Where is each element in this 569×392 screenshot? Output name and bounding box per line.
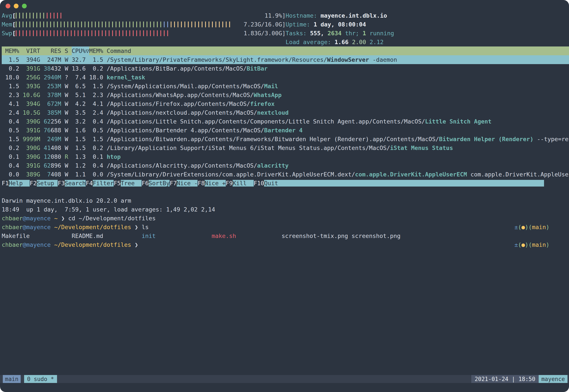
fnkey-sortby[interactable]: F6SortBy [142,179,170,188]
uptime-line: 18:49 up 1 day, 7:59, 1 user, load avera… [2,205,569,214]
text-segment: R [65,152,72,161]
fnkey-nice-[interactable]: F7Nice - [170,179,198,188]
text-segment: @mayence [23,215,51,222]
text-segment: ❯ [58,215,68,222]
meter-bar [40,22,41,27]
process-row[interactable]: 1.5 9999M 249M W 1.5 1.5 /Applications/B… [2,135,569,143]
fnkey-label: Quit [264,180,544,186]
text-segment: ( [518,224,521,230]
meter-bar [47,22,48,27]
text-segment: W [65,126,72,135]
text-segment: 0.1 [89,152,107,161]
process-row[interactable]: 0.5 391G 76688 W 1.6 0.5 /Applications/B… [2,126,569,135]
text-segment: 1.2 [72,161,89,170]
text-segment: 391G [23,64,44,73]
meter-bar [154,22,154,27]
fnkey-setup[interactable]: F2Setup [30,179,58,188]
text-segment: 2634 [327,30,341,37]
text-segment: Mail [264,82,278,91]
process-row[interactable]: 1.5 393G 253M W 6.5 1.5 /System/Applicat… [2,82,569,91]
text-segment: 1.1 [72,170,89,179]
text-segment: 41 [44,143,51,152]
process-row[interactable]: 4.1 394G 672M W 4.2 4.1 /Applications/Fi… [2,99,569,108]
meter-bar [71,30,72,36]
process-row[interactable]: 2.3 10.6G 378M W 5.1 2.3 /Applications/W… [2,91,569,99]
meter-mem: Mem[7.23G/16.0G] [2,20,285,29]
process-row[interactable]: 2.4 10.5G 385M W 3.5 2.4 /Applications/n… [2,108,569,117]
fnkey-quit[interactable]: F10Quit [254,179,544,188]
meter-value: 11.9%] [265,11,285,20]
meter-bar [43,22,44,27]
meter-bar [105,22,106,27]
text-segment: -daemon [369,55,397,64]
text-segment: 4.2 [72,99,89,108]
meter-open-bracket: [ [12,29,16,38]
process-row[interactable]: 18.0 256G 2940M ? 7.4 18.0 kernel_task [2,73,569,82]
process-row[interactable]: 0.0 389G 7408 W 1.1 0.0 /System/Library/… [2,170,569,179]
text-segment: ± [514,241,518,248]
tmux-window-tab[interactable]: 0 sudo * [24,375,57,383]
text-segment: W [65,91,72,99]
text-segment: 9999M [23,135,44,143]
text-segment: 1.5 [89,82,107,91]
meter-bar [81,30,82,36]
text-segment: 555 [310,30,321,37]
meter-bar [67,30,68,36]
process-row[interactable]: 0.4 390G 62256 W 3.2 0.4 /Applications/L… [2,117,569,126]
fnkey-label: SortBy [149,180,170,186]
text-segment: BitBar [247,64,268,73]
fnkey-tree[interactable]: F5Tree [114,179,142,188]
text-segment: /Applications/nextcloud.app/Contents/Mac… [107,108,257,117]
minimize-button[interactable] [14,4,18,8]
text-segment: 2.12 [370,39,384,45]
text-segment: 0.4 [2,117,23,126]
meter-bar [85,30,85,36]
text-segment: nextcloud [257,108,289,117]
fnkey-number: F6 [142,180,149,186]
tmux-session-name[interactable]: main [3,375,21,383]
text-segment: ~/Development/dotfiles [54,241,131,248]
text-segment: W [65,64,72,73]
meter-label: Avg [2,11,12,20]
fnkey-kill[interactable]: F9Kill [226,179,254,188]
process-row[interactable]: 0.4 391G 62896 W 1.2 0.4 /Applications/A… [2,161,569,170]
process-row[interactable]: 0.1 390G 12080 R 1.3 0.1 htop [2,152,569,161]
meter-bar [140,30,141,36]
meter-bar [16,22,16,27]
close-button[interactable] [6,4,10,8]
fnkey-search[interactable]: F3Search [58,179,86,188]
fnkey-help[interactable]: F1Help [2,179,30,188]
meter-bar [36,22,37,27]
process-row-selected[interactable]: 1.5 394G 247M W 32.7 1.5 /System/Library… [2,55,569,64]
column-headers[interactable]: MEM% Command [89,46,131,55]
meter-bar [47,13,48,18]
meter-bar [29,13,30,18]
text-segment: iStat Menus Status [390,143,453,152]
titlebar[interactable] [0,0,569,11]
terminal-window: Avg[11.9%]Mem[7.23G/16.0G]Swp[1.83G/3.00… [0,0,569,392]
sort-column-header[interactable]: CPU%▽ [72,46,89,55]
text-segment: 385M [44,108,65,117]
process-row[interactable]: 0.2 390G 41408 W 1.5 0.2 /Library/Applic… [2,143,569,152]
meter-bar [122,22,123,27]
fnkey-filter[interactable]: F4Filter [86,179,114,188]
text-segment: W [65,135,72,143]
text-segment: 2.4 [2,108,23,117]
meter-bar [78,22,79,27]
text-segment: W [65,117,72,126]
meter-bar [167,30,168,36]
process-row[interactable]: 0.2 391G 38432 W 13.6 0.2 /Applications/… [2,64,569,73]
fnkey-nice-[interactable]: F8Nice + [198,179,226,188]
meter-bar [112,30,113,36]
text-segment: --type=rend [533,135,569,143]
text-segment: 394G [23,99,44,108]
column-headers[interactable]: MEM% VIRT RES S [2,46,72,55]
zoom-button[interactable] [22,4,27,8]
meter-bar [23,30,23,36]
text-segment: 672M [44,99,65,108]
meter-bar [167,22,168,27]
text-segment: 0.0 [89,170,107,179]
process-table-header[interactable]: MEM% VIRT RES S CPU%▽MEM% Command [2,46,569,55]
text-segment [51,224,54,230]
meter-bar [26,13,27,18]
